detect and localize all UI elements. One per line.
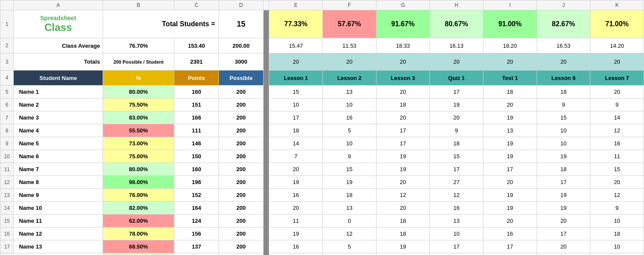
student-h: 13 xyxy=(430,215,483,227)
student-row-13: 17 Name 13 68.50% 137 200 16 5 19 17 17 … xyxy=(0,240,644,253)
student-i: 19 xyxy=(483,111,537,124)
student-i: 19 xyxy=(483,137,537,150)
col-a-header: A xyxy=(14,0,103,10)
totals-k: 20 xyxy=(590,53,644,71)
student-row-12: 16 Name 12 78.00% 156 200 19 12 18 10 16… xyxy=(0,227,644,240)
student-name: Name 11 xyxy=(14,215,103,227)
divider-row xyxy=(263,86,269,98)
student-e: 11 xyxy=(269,215,323,227)
student-k: 9 xyxy=(590,202,644,215)
student-possible: 200 xyxy=(219,202,263,215)
divider-row xyxy=(263,202,269,215)
student-points: 160 xyxy=(174,86,219,98)
class-avg-j: 16.53 xyxy=(537,38,590,53)
student-g: 19 xyxy=(376,163,430,176)
student-points: 196 xyxy=(174,176,219,189)
divider-row xyxy=(263,240,269,253)
divider-row xyxy=(263,215,269,227)
student-row-9: 13 Name 9 76.00% 152 200 16 18 12 12 19 … xyxy=(0,189,644,202)
student-i: 20 xyxy=(483,98,537,111)
student-e: 10 xyxy=(269,98,323,111)
row-num: 7 xyxy=(0,111,14,124)
student-j: 17 xyxy=(537,176,590,189)
student-e: 17 xyxy=(269,111,323,124)
student-possible: 200 xyxy=(219,176,263,189)
student-name: Name 10 xyxy=(14,202,103,215)
student-e: 14 xyxy=(269,137,323,150)
col-d-header: D xyxy=(219,0,263,10)
student-e: 20 xyxy=(269,202,323,215)
student-pct: 98.00% xyxy=(103,176,174,189)
student-name: Name 5 xyxy=(14,137,103,150)
student-points: 152 xyxy=(174,189,219,202)
divider-row xyxy=(263,253,269,255)
col-header-i: Test 1 xyxy=(483,71,537,86)
student-pct: 83.00% xyxy=(103,111,174,124)
student-h: 16 xyxy=(430,202,483,215)
student-f: 13 xyxy=(323,202,377,215)
student-j: 10 xyxy=(537,124,590,137)
brand-spreadsheet-text: Spreadsheet xyxy=(16,15,100,22)
col-e-header: E xyxy=(269,0,323,10)
student-h: 20 xyxy=(430,111,483,124)
student-points: 150 xyxy=(174,150,219,163)
student-j: 9 xyxy=(537,98,590,111)
student-points: 166 xyxy=(174,111,219,124)
row-num: 5 xyxy=(0,86,14,98)
student-j: 20 xyxy=(537,215,590,227)
divider-row xyxy=(263,227,269,240)
row-num: 8 xyxy=(0,124,14,137)
student-pct: 68.50% xyxy=(103,240,174,253)
summary-pct-k: 71.00% xyxy=(590,10,644,38)
student-g: 18 xyxy=(376,215,430,227)
class-avg-h: 16.13 xyxy=(430,38,483,53)
totals-points: 2301 xyxy=(174,53,219,71)
student-i: 19 xyxy=(483,202,537,215)
student-row-5: 9 Name 5 73.00% 146 200 14 10 17 18 19 1… xyxy=(0,137,644,150)
student-possible: 200 xyxy=(219,227,263,240)
student-h: 15 xyxy=(430,150,483,163)
totals-e: 20 xyxy=(269,53,323,71)
col-f-header: F xyxy=(323,0,377,10)
col-j-header: J xyxy=(537,0,590,10)
student-k: 9 xyxy=(590,98,644,111)
divider-row xyxy=(263,163,269,176)
col-header-h: Quiz 1 xyxy=(430,71,483,86)
summary-pct-j: 82.67% xyxy=(537,10,590,38)
totals-possible: 3000 xyxy=(219,53,263,71)
student-pct: 80.00% xyxy=(103,86,174,98)
summary-pct-i: 91.00% xyxy=(483,10,537,38)
student-g: 12 xyxy=(376,189,430,202)
row-num-1: 1 xyxy=(0,10,14,38)
student-pct: 73.00% xyxy=(103,137,174,150)
class-avg-g: 18.33 xyxy=(376,38,430,53)
student-points: 164 xyxy=(174,202,219,215)
divider-row xyxy=(263,98,269,111)
student-h: 19 xyxy=(430,98,483,111)
student-possible: 200 xyxy=(219,240,263,253)
student-row-6: 10 Name 6 75.00% 150 200 7 9 19 15 19 19… xyxy=(0,150,644,163)
col-k-header: K xyxy=(590,0,644,10)
student-k: 11 xyxy=(590,150,644,163)
row-num: 12 xyxy=(0,176,14,189)
student-h: 12 xyxy=(430,189,483,202)
student-row-14: 18 Name 14 85.50% 171 200 18 16 19 18 20… xyxy=(0,253,644,255)
class-avg-label: Class Average xyxy=(14,38,103,53)
student-i: 19 xyxy=(483,189,537,202)
student-k: 16 xyxy=(590,137,644,150)
col-header-j: Lesson 6 xyxy=(537,71,590,86)
student-j: 18 xyxy=(537,253,590,255)
student-name: Name 14 xyxy=(14,253,103,255)
student-i: 13 xyxy=(483,124,537,137)
row-num: 13 xyxy=(0,189,14,202)
student-possible: 200 xyxy=(219,111,263,124)
summary-pct-h: 80.67% xyxy=(430,10,483,38)
student-i: 20 xyxy=(483,215,537,227)
divider-row xyxy=(263,189,269,202)
student-pct: 62.00% xyxy=(103,215,174,227)
student-h: 17 xyxy=(430,86,483,98)
student-row-4: 8 Name 4 55.50% 111 200 18 5 17 9 13 10 … xyxy=(0,124,644,137)
student-pct: 76.00% xyxy=(103,189,174,202)
student-possible: 200 xyxy=(219,150,263,163)
divider-row xyxy=(263,176,269,189)
